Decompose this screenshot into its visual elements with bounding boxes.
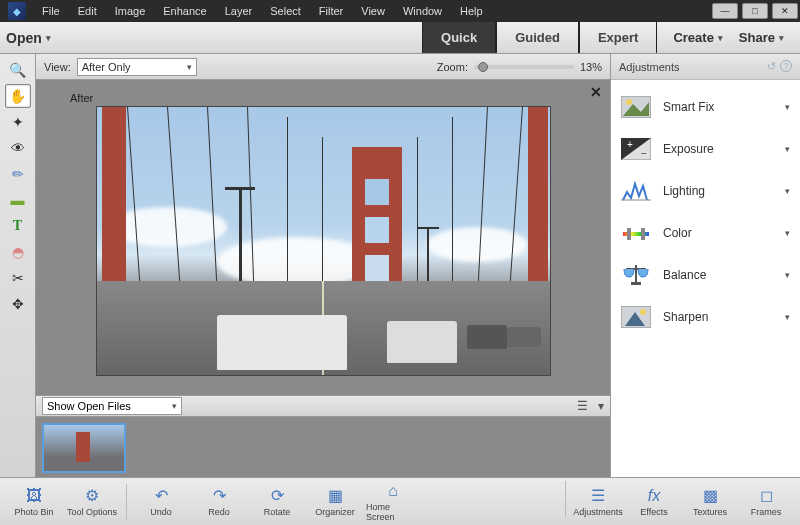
close-button[interactable]: ✕ <box>772 3 798 19</box>
photobin-label: Photo Bin <box>14 507 53 517</box>
photobin-dropdown[interactable]: Show Open Files ▾ <box>42 397 182 415</box>
quick-select-tool[interactable]: ✦ <box>5 110 31 134</box>
menu-layer[interactable]: Layer <box>217 3 261 19</box>
textures-icon: ▩ <box>703 486 718 505</box>
create-button[interactable]: Create ▾ <box>667 30 728 45</box>
filmstrip-menu-icon[interactable]: ☰ <box>577 399 588 413</box>
filmstrip-collapse-icon[interactable]: ▾ <box>598 399 604 413</box>
tab-expert[interactable]: Expert <box>579 22 657 53</box>
chevron-down-icon: ▾ <box>779 33 784 43</box>
adjustments-header: Adjustments ↺ ? <box>611 54 800 80</box>
homescreen-label: Home Screen <box>366 502 420 522</box>
chevron-down-icon: ▾ <box>785 186 790 196</box>
svg-point-16 <box>640 309 646 315</box>
chevron-down-icon: ▾ <box>785 270 790 280</box>
redo-button[interactable]: ↷ Redo <box>191 481 247 523</box>
crop-tool[interactable]: ✂ <box>5 266 31 290</box>
effects-icon: fx <box>648 487 660 505</box>
rotate-label: Rotate <box>264 507 291 517</box>
straighten-tool[interactable]: ▬ <box>5 188 31 212</box>
adjustment-label: Smart Fix <box>663 100 714 114</box>
tab-guided[interactable]: Guided <box>496 22 579 53</box>
share-button[interactable]: Share ▾ <box>733 30 790 45</box>
menu-edit[interactable]: Edit <box>70 3 105 19</box>
chevron-down-icon: ▾ <box>172 401 177 411</box>
svg-rect-8 <box>623 232 649 236</box>
zoom-slider-thumb[interactable] <box>478 62 488 72</box>
view-dropdown-value: After Only <box>82 61 131 73</box>
chevron-down-icon: ▾ <box>785 144 790 154</box>
adjustment-label: Color <box>663 226 692 240</box>
menu-file[interactable]: File <box>34 3 68 19</box>
after-label: After <box>70 92 590 104</box>
adjustment-exposure[interactable]: +− Exposure ▾ <box>611 128 800 170</box>
svg-text:−: − <box>641 148 647 159</box>
tooloptions-button[interactable]: ⚙ Tool Options <box>64 481 120 523</box>
adjustments-panel: Adjustments ↺ ? Smart Fix ▾ +− Exposure … <box>610 54 800 477</box>
minimize-button[interactable]: — <box>712 3 738 19</box>
open-button[interactable]: Open ▾ <box>0 22 100 53</box>
menu-select[interactable]: Select <box>262 3 309 19</box>
effects-button[interactable]: fx Effects <box>626 481 682 523</box>
bottombar: 🖼 Photo Bin ⚙ Tool Options ↶ Undo ↷ Redo… <box>0 477 800 525</box>
photobin-button[interactable]: 🖼 Photo Bin <box>6 481 62 523</box>
app-icon: ◆ <box>8 2 26 20</box>
organizer-button[interactable]: ▦ Organizer <box>307 481 363 523</box>
separator <box>126 484 127 520</box>
textures-button[interactable]: ▩ Textures <box>682 481 738 523</box>
tooloptions-icon: ⚙ <box>85 486 99 505</box>
chevron-down-icon: ▾ <box>187 62 192 72</box>
menu-help[interactable]: Help <box>452 3 491 19</box>
image-canvas[interactable] <box>96 106 551 376</box>
move-tool[interactable]: ✥ <box>5 292 31 316</box>
adjustment-lighting[interactable]: Lighting ▾ <box>611 170 800 212</box>
photobin-dropdown-value: Show Open Files <box>47 400 131 412</box>
homescreen-button[interactable]: ⌂ Home Screen <box>365 481 421 523</box>
chevron-down-icon: ▾ <box>46 33 51 43</box>
titlebar: ◆ File Edit Image Enhance Layer Select F… <box>0 0 800 22</box>
type-tool[interactable]: T <box>5 214 31 238</box>
maximize-button[interactable]: □ <box>742 3 768 19</box>
frames-button[interactable]: ◻ Frames <box>738 481 794 523</box>
tab-quick[interactable]: Quick <box>422 22 496 53</box>
adjustment-smartfix[interactable]: Smart Fix ▾ <box>611 86 800 128</box>
adjustment-balance[interactable]: Balance ▾ <box>611 254 800 296</box>
exposure-icon: +− <box>621 136 651 162</box>
zoom-tool[interactable]: 🔍 <box>5 58 31 82</box>
spot-heal-tool[interactable]: ◓ <box>5 240 31 264</box>
thumbnail-1[interactable] <box>42 423 126 473</box>
close-document-button[interactable]: ✕ <box>590 84 602 100</box>
lighting-icon <box>621 178 651 204</box>
create-label: Create <box>673 30 713 45</box>
whiten-teeth-tool[interactable]: ✏ <box>5 162 31 186</box>
undo-icon: ↶ <box>155 486 168 505</box>
hand-tool[interactable]: ✋ <box>5 84 31 108</box>
organizer-icon: ▦ <box>328 486 343 505</box>
reset-icon[interactable]: ↺ <box>767 60 776 73</box>
menu-image[interactable]: Image <box>107 3 154 19</box>
sharpen-icon <box>621 304 651 330</box>
menu-view[interactable]: View <box>353 3 393 19</box>
undo-button[interactable]: ↶ Undo <box>133 481 189 523</box>
zoom-slider[interactable] <box>474 65 574 69</box>
adjustment-sharpen[interactable]: Sharpen ▾ <box>611 296 800 338</box>
rotate-button[interactable]: ⟳ Rotate <box>249 481 305 523</box>
frames-icon: ◻ <box>760 486 773 505</box>
view-options-row: View: After Only ▾ Zoom: 13% <box>36 54 610 80</box>
rotate-icon: ⟳ <box>271 486 284 505</box>
adjustment-color[interactable]: Color ▾ <box>611 212 800 254</box>
adjustments-label: Adjustments <box>573 507 623 517</box>
adjustment-label: Sharpen <box>663 310 708 324</box>
menu-window[interactable]: Window <box>395 3 450 19</box>
adjustment-label: Lighting <box>663 184 705 198</box>
adjustments-button[interactable]: ☰ Adjustments <box>570 481 626 523</box>
help-icon[interactable]: ? <box>780 60 792 72</box>
main-area: 🔍 ✋ ✦ 👁 ✏ ▬ T ◓ ✂ ✥ View: After Only ▾ Z… <box>0 54 800 477</box>
menu-enhance[interactable]: Enhance <box>155 3 214 19</box>
eye-tool[interactable]: 👁 <box>5 136 31 160</box>
effects-label: Effects <box>640 507 667 517</box>
view-dropdown[interactable]: After Only ▾ <box>77 58 197 76</box>
window-controls: — □ ✕ <box>710 3 800 19</box>
smartfix-icon <box>621 94 651 120</box>
menu-filter[interactable]: Filter <box>311 3 351 19</box>
